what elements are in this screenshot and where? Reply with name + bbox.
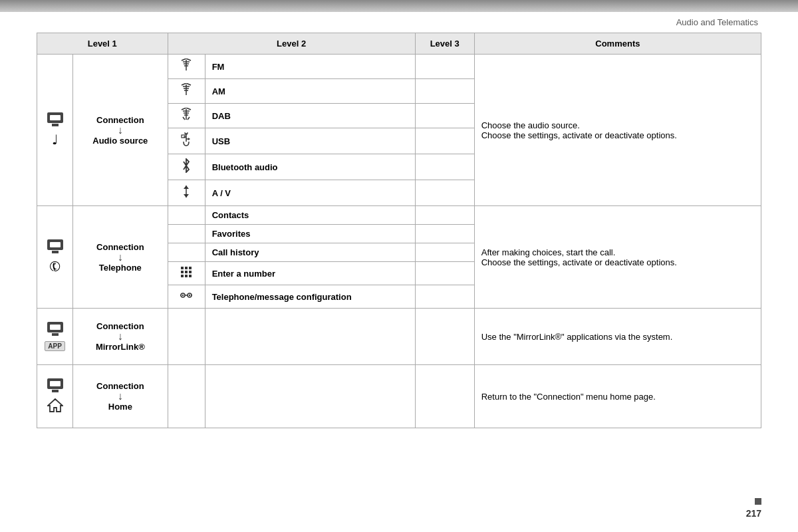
level2-label-fm: FM — [205, 55, 415, 79]
level2-label-mirrorlink — [205, 309, 415, 365]
table-row: ♩ Connection ↓ Audio source FM Choose th — [37, 55, 761, 79]
svg-rect-27 — [50, 242, 61, 247]
svg-rect-37 — [189, 275, 192, 277]
table-row: APP Connection ↓ MirrorLink® Use the "Mi… — [37, 309, 761, 365]
level2-label-av: A / V — [205, 180, 415, 206]
level3-bluetooth — [415, 154, 474, 180]
level3-telconfig — [415, 285, 474, 309]
level2-icon-favorites — [168, 225, 205, 243]
svg-rect-29 — [181, 267, 184, 269]
level3-av — [415, 180, 474, 206]
connection-icon-4 — [46, 378, 65, 393]
group4-connection-label: Connection — [96, 381, 144, 391]
level3-am — [415, 79, 474, 104]
music-icon: ♩ — [52, 132, 58, 148]
group1-sub-label: Audio source — [92, 136, 148, 146]
group4-sub-label: Home — [108, 402, 132, 412]
phone-icon: ✆ — [46, 257, 64, 276]
svg-marker-51 — [48, 399, 63, 412]
level2-icon-usb — [168, 128, 205, 154]
level2-label-callhistory: Call history — [205, 243, 415, 262]
level3-fm — [415, 55, 474, 79]
level2-icon-av — [168, 180, 205, 206]
svg-rect-28 — [52, 251, 59, 253]
comments-group3: Use the "MirrorLink®" applications via t… — [474, 309, 761, 365]
page-number-area: 217 — [746, 498, 761, 519]
group3-sub-label: MirrorLink® — [96, 342, 145, 352]
group3-connection-label: Connection — [96, 321, 144, 331]
header-comments: Comments — [474, 33, 761, 55]
level2-icon-bluetooth — [168, 154, 205, 180]
comments-group4: Return to the "Connection" menu home pag… — [474, 365, 761, 428]
home-icon — [47, 398, 63, 412]
level2-icon-enternum — [168, 262, 205, 285]
svg-rect-34 — [189, 271, 192, 273]
level2-icon-mirrorlink — [168, 309, 205, 365]
level2-icon-home — [168, 365, 205, 428]
page-number: 217 — [746, 508, 761, 519]
level3-contacts — [415, 206, 474, 225]
level2-label-usb: USB — [205, 128, 415, 154]
app-icon: APP — [45, 341, 65, 351]
group1-arrow: ↓ — [80, 125, 160, 136]
table-row: Connection ↓ Home Return to the "Connect… — [37, 365, 761, 428]
header-level2: Level 2 — [168, 33, 415, 55]
level2-label-favorites: Favorites — [205, 225, 415, 243]
svg-marker-25 — [184, 194, 189, 198]
level2-label-home — [205, 365, 415, 428]
connection-icon — [46, 112, 65, 127]
table-row: ✆ Connection ↓ Telephone Contacts After … — [37, 206, 761, 225]
level2-label-dab: DAB — [205, 104, 415, 128]
svg-point-41 — [189, 295, 190, 296]
svg-rect-47 — [52, 333, 59, 336]
level2-icon-telconfig — [168, 285, 205, 309]
level2-icon-dab — [168, 104, 205, 128]
level2-icon-fm — [168, 55, 205, 79]
svg-rect-36 — [185, 275, 188, 277]
group2-sub-label: Telephone — [99, 263, 142, 273]
svg-rect-32 — [181, 271, 184, 273]
level2-icon-am — [168, 79, 205, 104]
svg-line-15 — [183, 117, 185, 120]
level2-label-bluetooth: Bluetooth audio — [205, 154, 415, 180]
group2-arrow: ↓ — [80, 252, 160, 263]
level2-label-am: AM — [205, 79, 415, 104]
level2-label-telconfig: Telephone/message configuration — [205, 285, 415, 309]
svg-rect-30 — [185, 267, 188, 269]
svg-rect-50 — [52, 390, 59, 392]
comments-group2: After making choices, start the call.Cho… — [474, 206, 761, 309]
svg-rect-33 — [185, 271, 188, 273]
svg-point-39 — [182, 295, 184, 296]
svg-rect-46 — [50, 325, 61, 330]
svg-rect-2 — [52, 124, 59, 126]
svg-rect-35 — [181, 275, 184, 277]
header-level3: Level 3 — [415, 33, 474, 55]
level2-icon-contacts — [168, 206, 205, 225]
level3-enternum — [415, 262, 474, 285]
connection-icon-2 — [46, 239, 65, 254]
level3-callhistory — [415, 243, 474, 262]
page-number-square — [755, 498, 761, 505]
level3-mirrorlink — [415, 309, 474, 365]
level3-dab — [415, 104, 474, 128]
svg-marker-22 — [188, 138, 190, 140]
group4-arrow: ↓ — [80, 391, 160, 402]
header-level1: Level 1 — [37, 33, 168, 55]
level3-home — [415, 365, 474, 428]
svg-rect-31 — [189, 267, 192, 269]
page-title: Audio and Telematics — [0, 12, 798, 33]
group1-connection-label: Connection — [96, 115, 144, 125]
svg-marker-24 — [184, 186, 189, 189]
svg-line-16 — [188, 117, 190, 120]
connection-icon-3 — [46, 322, 65, 336]
svg-rect-1 — [50, 115, 61, 120]
group2-connection-label: Connection — [96, 242, 144, 252]
svg-rect-49 — [50, 381, 61, 386]
level2-icon-callhistory — [168, 243, 205, 262]
level2-label-contacts: Contacts — [205, 206, 415, 225]
level2-label-enternum: Enter a number — [205, 262, 415, 285]
level3-usb — [415, 128, 474, 154]
level3-favorites — [415, 225, 474, 243]
comments-group1: Choose the audio source.Choose the setti… — [474, 55, 761, 206]
group3-arrow: ↓ — [80, 331, 160, 342]
